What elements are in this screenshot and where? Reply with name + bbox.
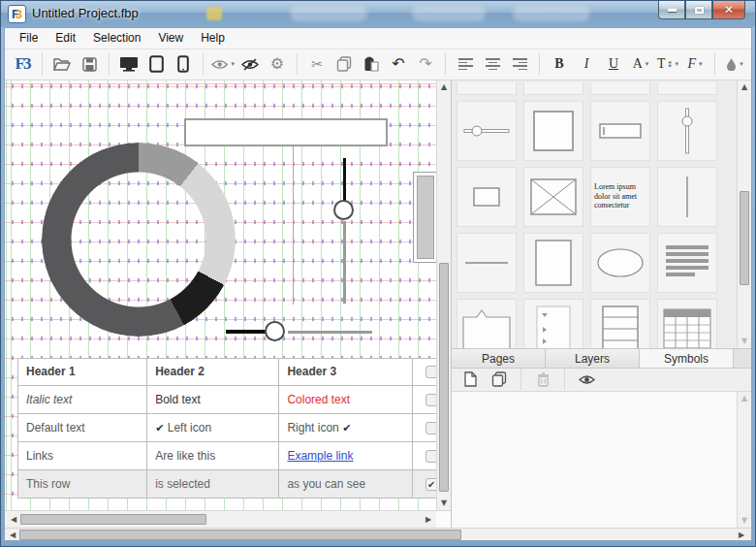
menu-edit[interactable]: Edit xyxy=(47,28,84,48)
empty-list-area[interactable] xyxy=(452,392,737,528)
app-hscroll-thumb[interactable] xyxy=(19,530,461,540)
canvas-hscroll-thumb[interactable] xyxy=(20,514,206,525)
symbol-vertical-line[interactable] xyxy=(657,167,717,227)
checkbox-checked[interactable]: ✔ xyxy=(425,478,436,491)
checkbox[interactable] xyxy=(425,450,436,463)
table-row: Links Are like this Example link xyxy=(18,441,437,469)
paste-button[interactable] xyxy=(360,51,383,77)
cut-button[interactable]: ✂ xyxy=(305,51,329,77)
text-size-button[interactable]: T↕▾ xyxy=(656,51,679,77)
symbols-scrollbar[interactable]: ▲ ▼ xyxy=(737,80,751,348)
delete-page-button[interactable] xyxy=(531,367,554,392)
symbol-paragraph[interactable] xyxy=(657,233,717,293)
donut-chart-widget[interactable] xyxy=(42,143,236,337)
symbol-horizontal-line[interactable] xyxy=(457,233,517,293)
symbol-cell-clipped[interactable] xyxy=(590,82,650,95)
separator xyxy=(42,53,43,75)
bold-button[interactable]: B xyxy=(548,51,571,77)
table-cell: Italic text xyxy=(18,385,147,413)
symbol-cell-clipped[interactable] xyxy=(457,82,517,95)
font-color-button[interactable]: A▾ xyxy=(629,51,652,77)
italic-button[interactable]: I xyxy=(575,51,598,77)
font-family-button[interactable]: F▾ xyxy=(683,51,707,77)
text-input-widget[interactable] xyxy=(184,118,388,146)
scroll-right-icon[interactable]: ▶ xyxy=(735,529,748,542)
example-link[interactable]: Example link xyxy=(287,449,353,463)
horizontal-slider-thumb[interactable] xyxy=(265,321,285,341)
canvas-vscroll-thumb[interactable] xyxy=(439,263,449,492)
symbol-small-rectangle[interactable] xyxy=(457,167,517,227)
vertical-line-widget[interactable] xyxy=(293,146,294,305)
scroll-down-icon[interactable]: ▼ xyxy=(738,335,751,348)
checkbox[interactable] xyxy=(425,394,436,406)
separator xyxy=(445,53,446,75)
tab-pages[interactable]: Pages xyxy=(452,349,546,368)
symbol-horizontal-slider[interactable] xyxy=(457,101,517,161)
scroll-down-icon[interactable]: ▼ xyxy=(738,514,751,528)
symbol-ellipse[interactable] xyxy=(590,233,650,293)
titlebar[interactable]: F3 Untitled Project.fbp ✕ xyxy=(1,1,755,27)
show-preview-button[interactable]: ▾ xyxy=(211,51,235,77)
fill-color-button[interactable]: ▾ xyxy=(723,51,746,77)
list-vertical-scrollbar[interactable]: ▲ ▼ xyxy=(737,392,751,528)
new-page-button[interactable] xyxy=(458,367,482,392)
hide-preview-button[interactable] xyxy=(238,51,262,77)
symbol-rectangle[interactable] xyxy=(523,233,583,293)
vertical-slider-thumb[interactable] xyxy=(333,200,354,220)
symbol-vertical-slider[interactable] xyxy=(657,101,717,161)
menu-help[interactable]: Help xyxy=(192,28,234,48)
align-left-button[interactable] xyxy=(454,51,477,77)
symbol-image-placeholder[interactable] xyxy=(523,167,583,227)
symbol-cell-clipped[interactable] xyxy=(523,82,583,95)
tablet-preview-button[interactable] xyxy=(144,51,168,77)
menu-file[interactable]: File xyxy=(11,28,47,48)
vertical-slider-track xyxy=(343,221,346,304)
symbol-text-block[interactable]: Lorem ipsum dolor sit amet consectetur xyxy=(590,167,650,227)
maximize-button[interactable] xyxy=(685,1,712,19)
phone-preview-button[interactable] xyxy=(172,51,195,77)
redo-button[interactable]: ↷ xyxy=(414,51,437,77)
scroll-down-icon[interactable]: ▼ xyxy=(437,497,451,510)
copy-button[interactable] xyxy=(332,51,356,77)
symbols-scroll-thumb[interactable] xyxy=(740,191,749,285)
symbol-table[interactable] xyxy=(657,299,717,348)
duplicate-page-button[interactable] xyxy=(488,367,511,392)
tab-layers[interactable]: Layers xyxy=(546,349,640,368)
align-right-button[interactable] xyxy=(508,51,531,77)
desktop-preview-button[interactable] xyxy=(117,51,141,77)
save-button[interactable] xyxy=(78,51,101,77)
symbol-list-box[interactable] xyxy=(590,299,650,348)
checkbox[interactable] xyxy=(425,422,436,434)
minimize-button[interactable] xyxy=(658,1,685,19)
close-button[interactable]: ✕ xyxy=(712,1,745,19)
undo-button[interactable]: ↶ xyxy=(387,51,410,77)
menu-selection[interactable]: Selection xyxy=(84,28,149,48)
scroll-left-icon[interactable]: ◀ xyxy=(7,513,20,527)
app-horizontal-scrollbar[interactable]: ◀ ▶ xyxy=(5,528,751,540)
scroll-left-icon[interactable]: ◀ xyxy=(6,529,19,542)
separator xyxy=(564,369,565,390)
scroll-up-icon[interactable]: ▲ xyxy=(738,80,751,94)
data-table-widget[interactable]: Header 1 Header 2 Header 3 Italic text B… xyxy=(17,358,436,499)
scroll-right-icon[interactable]: ▶ xyxy=(422,513,435,527)
canvas-horizontal-scrollbar[interactable]: ◀ ▶ xyxy=(5,510,436,528)
design-canvas[interactable]: Header 1 Header 2 Header 3 Italic text B… xyxy=(5,80,436,510)
open-button[interactable] xyxy=(50,51,74,77)
symbol-tooltip-callout[interactable] xyxy=(457,299,517,348)
tab-symbols[interactable]: Symbols xyxy=(640,349,734,368)
scroll-up-icon[interactable]: ▲ xyxy=(437,80,451,94)
settings-gear-icon[interactable]: ⚙ xyxy=(266,51,289,77)
canvas-vertical-scrollbar[interactable]: ▲ ▼ xyxy=(436,80,451,510)
menu-view[interactable]: View xyxy=(149,28,192,48)
symbol-dropdown-menu[interactable] xyxy=(523,299,583,348)
symbol-square[interactable] xyxy=(523,101,583,161)
scrollbar-widget[interactable] xyxy=(413,172,436,263)
scroll-up-icon[interactable]: ▲ xyxy=(738,392,751,405)
symbol-text-input[interactable] xyxy=(590,101,650,161)
symbol-cell-clipped[interactable] xyxy=(657,82,717,95)
toggle-visibility-button[interactable] xyxy=(575,367,598,392)
align-center-button[interactable] xyxy=(481,51,504,77)
table-header: Header 2 xyxy=(147,358,279,385)
checkbox[interactable] xyxy=(425,366,436,378)
underline-button[interactable]: U xyxy=(602,51,625,77)
